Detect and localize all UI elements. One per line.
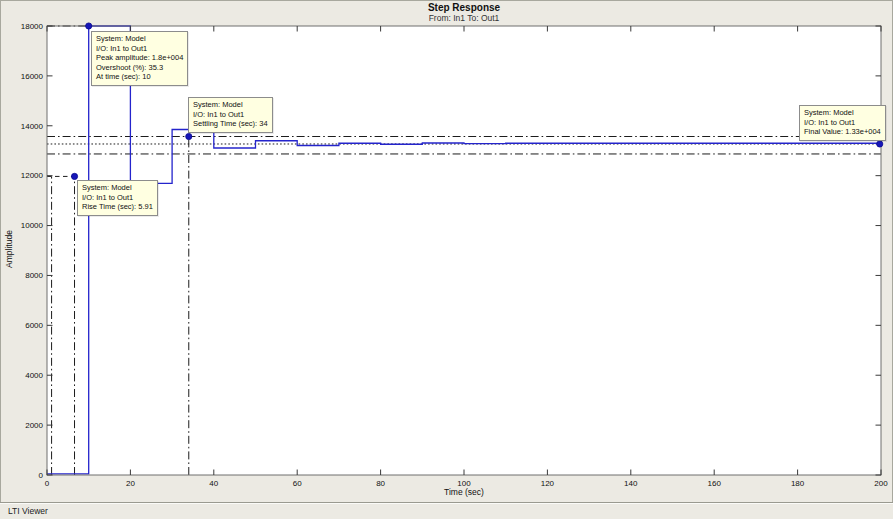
datatip-line: I/O: In1 to Out1 bbox=[193, 110, 268, 120]
datatip-line: Overshoot (%): 35.3 bbox=[96, 63, 183, 73]
chart-subtitle: From: In1 To: Out1 bbox=[47, 13, 881, 23]
y-tick-label: 6000 bbox=[25, 321, 43, 330]
datatip-line: I/O: In1 to Out1 bbox=[804, 118, 881, 128]
datatip-line: System: Model bbox=[804, 108, 881, 118]
y-tick-label: 4000 bbox=[25, 371, 43, 380]
lti-viewer-window: 0204060801001201401601802000200040006000… bbox=[0, 0, 893, 519]
y-tick-label: 2000 bbox=[25, 421, 43, 430]
y-tick-label: 14000 bbox=[21, 122, 44, 131]
datatip-line: Peak amplitude: 1.8e+004 bbox=[96, 53, 183, 63]
datatip-line: Settling Time (sec): 34 bbox=[193, 119, 268, 129]
datatip-line: System: Model bbox=[193, 100, 268, 110]
status-bar: LTI Viewer bbox=[0, 502, 893, 519]
y-tick-label: 10000 bbox=[21, 221, 44, 230]
datatip-rise[interactable]: System: ModelI/O: In1 to Out1Rise Time (… bbox=[77, 180, 158, 216]
y-tick-label: 0 bbox=[39, 471, 44, 480]
settling-time-marker[interactable] bbox=[186, 133, 192, 139]
datatip-settling[interactable]: System: ModelI/O: In1 to Out1Settling Ti… bbox=[188, 97, 273, 133]
chart-title: Step Response bbox=[47, 2, 881, 13]
final-value-marker[interactable] bbox=[877, 141, 883, 147]
datatip-line: Final Value: 1.33e+004 bbox=[804, 127, 881, 137]
plot-background bbox=[47, 26, 881, 475]
datatip-line: At time (sec): 10 bbox=[96, 72, 183, 82]
y-tick-label: 16000 bbox=[21, 72, 44, 81]
y-tick-label: 8000 bbox=[25, 271, 43, 280]
datatip-line: System: Model bbox=[96, 34, 183, 44]
peak-response-marker[interactable] bbox=[86, 23, 92, 29]
rise-time-marker[interactable] bbox=[71, 173, 77, 179]
x-axis-label: Time (sec) bbox=[47, 487, 881, 497]
y-axis-label: Amplitude bbox=[4, 194, 14, 304]
datatip-line: I/O: In1 to Out1 bbox=[82, 193, 153, 203]
status-bar-label: LTI Viewer bbox=[8, 506, 48, 516]
datatip-line: System: Model bbox=[82, 183, 153, 193]
y-tick-label: 18000 bbox=[21, 22, 44, 31]
y-tick-label: 12000 bbox=[21, 171, 44, 180]
datatip-line: I/O: In1 to Out1 bbox=[96, 44, 183, 54]
datatip-peak[interactable]: System: ModelI/O: In1 to Out1Peak amplit… bbox=[91, 31, 188, 86]
datatip-final[interactable]: System: ModelI/O: In1 to Out1Final Value… bbox=[799, 105, 886, 141]
datatip-line: Rise Time (sec): 5.91 bbox=[82, 202, 153, 212]
